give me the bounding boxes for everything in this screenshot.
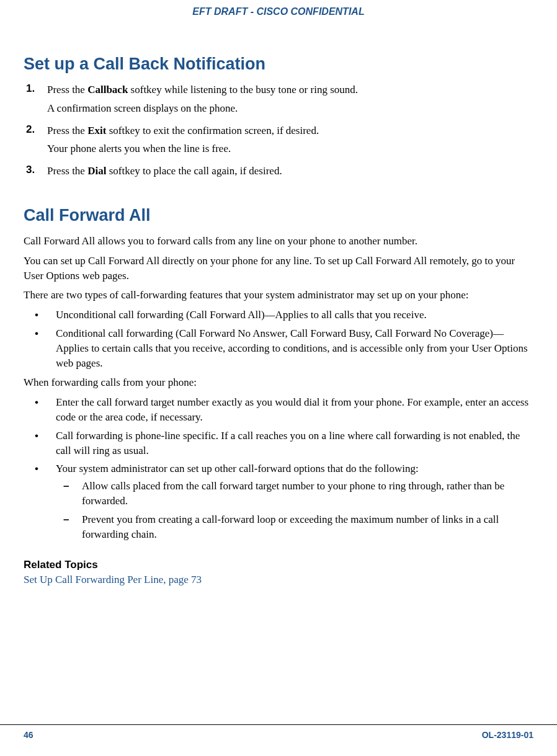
step-number: 1. xyxy=(24,82,47,120)
dash-icon: – xyxy=(56,479,82,509)
list-item: • Your system administrator can set up o… xyxy=(24,461,533,545)
softkey-name: Exit xyxy=(87,125,106,136)
related-topic-link[interactable]: Set Up Call Forwarding Per Line, page 73 xyxy=(24,574,533,586)
page-number: 46 xyxy=(24,730,33,740)
list-item: • Conditional call forwarding (Call Forw… xyxy=(24,326,533,370)
softkey-name: Callback xyxy=(87,84,128,96)
list-text: Unconditional call forwarding (Call Forw… xyxy=(56,308,533,322)
step-2: 2. Press the Exit softkey to exit the co… xyxy=(24,123,533,161)
step-followup: A confirmation screen displays on the ph… xyxy=(47,101,533,116)
dash-icon: – xyxy=(56,512,82,542)
bullet-icon: • xyxy=(24,461,56,545)
bullet-icon: • xyxy=(24,326,56,370)
bullet-list: • Enter the call forward target number e… xyxy=(24,395,533,545)
list-text: Call forwarding is phone-line specific. … xyxy=(56,429,533,458)
step-text: softkey to place the call again, if desi… xyxy=(106,165,282,177)
step-number: 3. xyxy=(24,164,47,182)
paragraph: There are two types of call-forwarding f… xyxy=(24,288,533,303)
step-3: 3. Press the Dial softkey to place the c… xyxy=(24,164,533,182)
step-text: Press the xyxy=(47,165,87,177)
paragraph: When forwarding calls from your phone: xyxy=(24,375,533,390)
step-text: softkey to exit the confirmation screen,… xyxy=(106,125,319,136)
list-item: – Prevent you from creating a call-forwa… xyxy=(56,512,533,542)
list-text: Your system administrator can set up oth… xyxy=(56,463,419,474)
paragraph: You can set up Call Forward All directly… xyxy=(24,254,533,283)
step-number: 2. xyxy=(24,123,47,161)
step-followup: Your phone alerts you when the line is f… xyxy=(47,141,533,156)
paragraph: Call Forward All allows you to forward c… xyxy=(24,234,533,249)
step-1: 1. Press the Callback softkey while list… xyxy=(24,82,533,120)
page-footer: 46 OL-23119-01 xyxy=(0,724,557,740)
bullet-list: • Unconditional call forwarding (Call Fo… xyxy=(24,308,533,370)
section-callback: Set up a Call Back Notification 1. Press… xyxy=(24,55,533,182)
step-text: Press the xyxy=(47,84,87,96)
confidential-header: EFT DRAFT - CISCO CONFIDENTIAL xyxy=(24,6,533,17)
list-item: • Unconditional call forwarding (Call Fo… xyxy=(24,308,533,322)
list-item: • Call forwarding is phone-line specific… xyxy=(24,429,533,458)
section-title-callback: Set up a Call Back Notification xyxy=(24,55,533,74)
bullet-icon: • xyxy=(24,395,56,425)
list-text: Enter the call forward target number exa… xyxy=(56,395,533,425)
document-id: OL-23119-01 xyxy=(482,730,533,740)
step-text: softkey while listening to the busy tone… xyxy=(128,84,358,96)
list-item: – Allow calls placed from the call forwa… xyxy=(56,479,533,509)
bullet-icon: • xyxy=(24,308,56,322)
list-text: Allow calls placed from the call forward… xyxy=(82,479,533,509)
list-item: • Enter the call forward target number e… xyxy=(24,395,533,425)
list-text: Conditional call forwarding (Call Forwar… xyxy=(56,326,533,370)
section-call-forward: Call Forward All Call Forward All allows… xyxy=(24,206,533,586)
section-title-forward: Call Forward All xyxy=(24,206,533,225)
list-text: Prevent you from creating a call-forward… xyxy=(82,512,533,542)
step-text: Press the xyxy=(47,125,87,136)
dash-list: – Allow calls placed from the call forwa… xyxy=(56,479,533,541)
related-topics-heading: Related Topics xyxy=(24,559,533,571)
softkey-name: Dial xyxy=(87,165,106,177)
bullet-icon: • xyxy=(24,429,56,458)
